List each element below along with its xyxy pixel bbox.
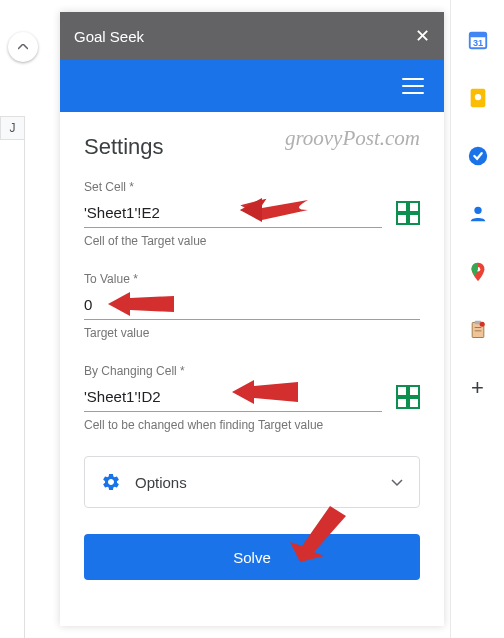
panel-title: Goal Seek: [74, 28, 144, 45]
solve-button[interactable]: Solve: [84, 534, 420, 580]
by-changing-input[interactable]: [84, 382, 382, 412]
chevron-up-icon: [18, 44, 28, 50]
gear-icon: [101, 472, 121, 492]
set-cell-label: Set Cell *: [84, 180, 420, 194]
panel-titlebar: Goal Seek ✕: [60, 12, 444, 60]
to-value-helper: Target value: [84, 326, 420, 340]
maps-icon[interactable]: [466, 260, 490, 284]
by-changing-helper: Cell to be changed when finding Target v…: [84, 418, 420, 432]
panel-toolbar: [60, 60, 444, 112]
set-cell-helper: Cell of the Target value: [84, 234, 420, 248]
side-rail: 31 +: [450, 0, 504, 638]
by-changing-label: By Changing Cell *: [84, 364, 420, 378]
svg-point-4: [474, 94, 480, 100]
svg-text:31: 31: [472, 38, 482, 48]
spreadsheet-column[interactable]: [0, 140, 25, 638]
svg-point-12: [479, 322, 484, 327]
cell-picker-icon[interactable]: [396, 385, 420, 409]
tasks-icon[interactable]: [466, 144, 490, 168]
column-header[interactable]: J: [0, 116, 25, 140]
goal-seek-panel: Goal Seek ✕ groovyPost.com Settings Set …: [60, 12, 444, 626]
add-icon[interactable]: +: [466, 376, 490, 400]
set-cell-input[interactable]: [84, 198, 382, 228]
to-value-label: To Value *: [84, 272, 420, 286]
contacts-icon[interactable]: [466, 202, 490, 226]
to-value-input[interactable]: [84, 290, 420, 320]
options-expander[interactable]: Options: [84, 456, 420, 508]
clipboard-icon[interactable]: [466, 318, 490, 342]
cell-picker-icon[interactable]: [396, 201, 420, 225]
options-label: Options: [135, 474, 187, 491]
collapse-toggle[interactable]: [8, 32, 38, 62]
watermark-text: groovyPost.com: [285, 126, 420, 151]
keep-icon[interactable]: [466, 86, 490, 110]
calendar-icon[interactable]: 31: [466, 28, 490, 52]
svg-rect-1: [469, 33, 486, 38]
close-icon[interactable]: ✕: [415, 25, 430, 47]
chevron-down-icon: [391, 474, 403, 490]
hamburger-menu-icon[interactable]: [402, 78, 424, 94]
svg-point-6: [474, 207, 481, 214]
